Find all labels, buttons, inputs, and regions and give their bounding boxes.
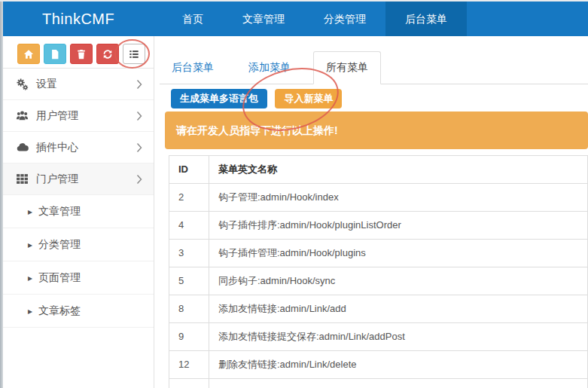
file-button[interactable] xyxy=(44,44,66,64)
list-icon xyxy=(129,49,139,60)
sidebar-item-label: 插件中心 xyxy=(36,141,136,154)
triangle-right-icon: ▸ xyxy=(28,306,32,316)
triangle-right-icon: ▸ xyxy=(28,240,32,250)
list-button[interactable] xyxy=(123,44,145,64)
sidebar-subitem-label: 页面管理 xyxy=(38,271,81,285)
tabbar: 后台菜单 添加菜单 所有菜单 xyxy=(160,36,588,84)
chevron-right-icon xyxy=(136,174,142,185)
sidebar-subitem-label: 文章管理 xyxy=(38,205,81,218)
menu-table: ID 菜单英文名称 2 钩子管理:admin/Hook/index 4 钩子插件… xyxy=(169,155,588,388)
quick-buttons-row xyxy=(3,36,154,69)
nav-item-articles[interactable]: 文章管理 xyxy=(223,2,304,36)
sidebar-item-label: 设置 xyxy=(36,78,136,91)
top-navigation: 首页 文章管理 分类管理 后台菜单 xyxy=(163,2,467,36)
sidebar-item-users[interactable]: 用户管理 xyxy=(3,100,154,132)
warning-banner: 请在开发人员指导下进行以上操作! xyxy=(165,112,588,149)
tab-all-menus[interactable]: 所有菜单 xyxy=(313,51,381,84)
home-icon xyxy=(23,49,34,60)
chevron-right-icon xyxy=(136,79,142,90)
action-buttons-row: 生成菜单多语言包 导入新菜单 xyxy=(171,89,588,108)
sidebar-item-settings[interactable]: 设置 xyxy=(3,69,154,100)
cell-name: 钩子管理:admin/Hook/index xyxy=(209,184,588,212)
table-row: 8 添加友情链接:admin/Link/add xyxy=(169,295,588,323)
grid-icon xyxy=(16,173,36,185)
sidebar: 设置 用户管理 插件中心 xyxy=(3,36,154,388)
cell-id: 4 xyxy=(169,212,209,240)
recycle-icon xyxy=(102,49,113,60)
table-row: 5 同步钩子:admin/Hook/sync xyxy=(169,267,588,295)
trash-button[interactable] xyxy=(70,44,93,64)
sidebar-subitem-label: 分类管理 xyxy=(38,238,81,252)
table-row: 2 钩子管理:admin/Hook/index xyxy=(169,184,588,212)
sidebar-item-label: 门户管理 xyxy=(36,173,136,186)
nav-item-categories[interactable]: 分类管理 xyxy=(304,2,385,36)
nav-item-backend-menu[interactable]: 后台菜单 xyxy=(385,2,467,36)
main-content: 后台菜单 添加菜单 所有菜单 生成菜单多语言包 导入新菜单 请在开发人员指导下进… xyxy=(160,36,588,388)
triangle-right-icon: ▸ xyxy=(28,273,32,283)
recycle-button[interactable] xyxy=(96,44,119,64)
table-row: 9 添加友情链接提交保存:admin/Link/addPost xyxy=(169,323,588,351)
cell-name: 同步钩子:admin/Hook/sync xyxy=(209,267,588,295)
cell-id: 2 xyxy=(169,184,209,212)
trash-icon xyxy=(76,49,87,60)
generate-lang-pack-button[interactable]: 生成菜单多语言包 xyxy=(171,89,267,108)
cell-id: 9 xyxy=(169,323,209,351)
sidebar-subitem-label: 文章标签 xyxy=(38,304,81,318)
users-icon xyxy=(16,109,36,122)
sidebar-item-label: 用户管理 xyxy=(36,109,136,123)
chevron-right-icon xyxy=(136,142,142,153)
cell-id: 5 xyxy=(169,267,209,295)
cell-name: 钩子插件管理:admin/Hook/plugins xyxy=(209,240,588,267)
cell-name: 添加友情链接提交保存:admin/Link/addPost xyxy=(209,323,588,351)
cell-id: 8 xyxy=(169,295,209,323)
table-row: 4 钩子插件排序:admin/Hook/pluginListOrder xyxy=(169,212,588,240)
table-row-partial xyxy=(169,379,588,388)
nav-item-home[interactable]: 首页 xyxy=(163,2,223,36)
tab-backend-menu[interactable]: 后台菜单 xyxy=(160,53,226,84)
table-header-row: ID 菜单英文名称 xyxy=(169,156,588,184)
cell-id: 3 xyxy=(169,240,209,267)
tab-add-menu[interactable]: 添加菜单 xyxy=(236,53,303,84)
table-row: 12 删除友情链接:admin/Link/delete xyxy=(169,351,588,379)
cell-id: 12 xyxy=(169,351,209,379)
cell-name: 删除友情链接:admin/Link/delete xyxy=(209,351,588,379)
home-button[interactable] xyxy=(17,44,40,64)
cloud-icon xyxy=(16,141,36,154)
table-row: 3 钩子插件管理:admin/Hook/plugins xyxy=(169,240,588,267)
sidebar-subitem-pages[interactable]: ▸ 页面管理 xyxy=(3,261,154,295)
logo[interactable]: ThinkCMF xyxy=(3,2,163,36)
sidebar-subitem-tags[interactable]: ▸ 文章标签 xyxy=(3,295,154,328)
file-icon xyxy=(50,49,60,60)
sidebar-subitem-categories[interactable]: ▸ 分类管理 xyxy=(3,228,154,261)
column-header-name: 菜单英文名称 xyxy=(209,156,588,184)
cell-name: 钩子插件排序:admin/Hook/pluginListOrder xyxy=(209,212,588,240)
triangle-right-icon: ▸ xyxy=(28,206,32,217)
gears-icon xyxy=(16,78,36,90)
topbar: ThinkCMF 首页 文章管理 分类管理 后台菜单 xyxy=(3,2,588,36)
sidebar-subitem-articles[interactable]: ▸ 文章管理 xyxy=(3,195,154,228)
cell-name: 添加友情链接:admin/Link/add xyxy=(209,295,588,323)
column-header-id: ID xyxy=(169,156,209,184)
chevron-right-icon xyxy=(136,111,142,121)
import-menu-button[interactable]: 导入新菜单 xyxy=(275,89,342,108)
sidebar-item-plugins[interactable]: 插件中心 xyxy=(3,132,154,163)
sidebar-item-portal[interactable]: 门户管理 xyxy=(3,163,154,195)
